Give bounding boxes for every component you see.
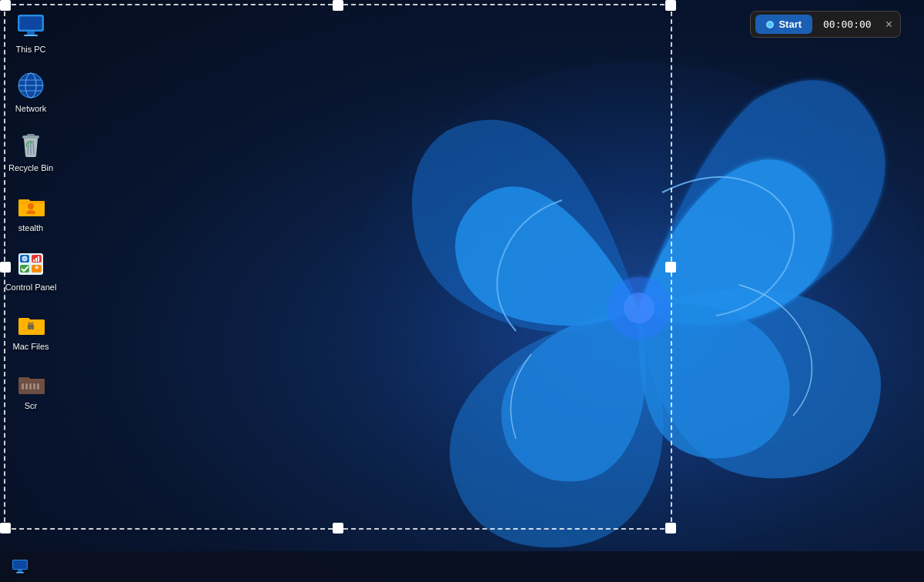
close-button[interactable]: × — [882, 17, 896, 32]
svg-rect-37 — [18, 570, 22, 572]
svg-rect-29 — [18, 379, 45, 382]
svg-rect-36 — [13, 560, 27, 569]
timer-display: 00:00:00 — [817, 15, 878, 33]
svg-rect-33 — [33, 383, 35, 390]
svg-rect-5 — [27, 32, 35, 35]
stealth-label: stealth — [18, 223, 43, 233]
scr-label: Scr — [25, 401, 38, 411]
bloom-decoration — [293, 38, 924, 577]
stealth-folder-icon — [15, 189, 46, 220]
this-pc-label: This PC — [15, 45, 45, 55]
start-label: Start — [778, 18, 802, 30]
mac-files-icon — [15, 308, 46, 339]
svg-rect-25 — [33, 259, 35, 262]
svg-rect-14 — [27, 134, 35, 136]
svg-line-17 — [33, 141, 34, 155]
svg-point-18 — [28, 203, 34, 209]
start-button[interactable]: Start — [755, 15, 812, 34]
recording-toolbar: Start 00:00:00 × — [750, 11, 901, 38]
desktop-icon-network[interactable]: Network — [2, 65, 60, 119]
network-icon — [15, 70, 46, 101]
recycle-bin-icon — [15, 129, 46, 160]
record-indicator — [766, 21, 774, 28]
wallpaper — [0, 0, 924, 582]
taskbar-icon-monitor[interactable] — [6, 553, 34, 580]
svg-point-2 — [624, 293, 654, 323]
svg-rect-4 — [19, 16, 42, 30]
network-label: Network — [15, 104, 46, 114]
svg-rect-38 — [16, 572, 24, 574]
control-panel-label: Control Panel — [5, 283, 57, 293]
recycle-bin-label: Recycle Bin — [8, 163, 53, 173]
svg-rect-31 — [25, 383, 28, 390]
svg-rect-32 — [29, 383, 32, 390]
taskbar — [0, 551, 924, 582]
scr-folder-icon — [15, 367, 46, 398]
desktop-icon-scr[interactable]: Scr — [2, 363, 60, 416]
this-pc-icon — [15, 11, 46, 42]
svg-rect-27 — [38, 256, 39, 262]
desktop-icon-control-panel[interactable]: Control Panel — [2, 244, 60, 297]
desktop-icon-recycle-bin[interactable]: Recycle Bin — [2, 125, 60, 178]
svg-point-24 — [22, 256, 27, 261]
svg-rect-6 — [24, 35, 38, 36]
desktop-icons-container: This PC Network — [0, 0, 62, 422]
desktop-icon-this-pc[interactable]: This PC — [2, 6, 60, 59]
svg-rect-34 — [37, 383, 39, 390]
svg-rect-30 — [22, 383, 24, 390]
desktop-icon-stealth[interactable]: stealth — [2, 185, 60, 238]
svg-rect-26 — [35, 258, 37, 262]
desktop-icon-mac-files[interactable]: Mac Files — [2, 303, 60, 356]
mac-files-label: Mac Files — [12, 342, 49, 352]
control-panel-icon — [15, 249, 46, 279]
